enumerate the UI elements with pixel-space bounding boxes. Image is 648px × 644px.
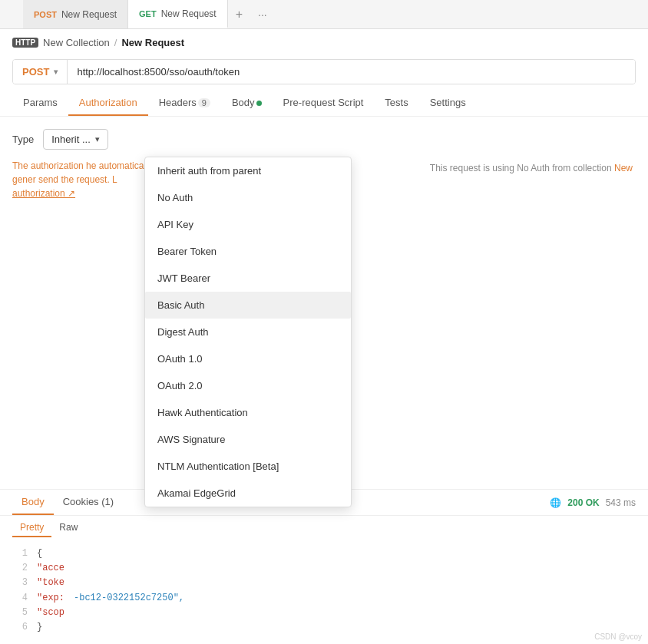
headers-label: Headers [159,97,197,108]
method-chevron-icon: ▾ [54,68,58,76]
dropdown-item-api-key[interactable]: API Key [145,211,351,238]
bottom-tab-cookies[interactable]: Cookies (1) [54,490,123,515]
more-tabs-button[interactable]: ··· [250,0,275,28]
get-tab-label: New Request [161,8,217,19]
dropdown-item-bearer-token[interactable]: Bearer Token [145,238,351,265]
dropdown-item-akamai[interactable]: Akamai EdgeGrid [145,480,351,507]
type-label: Type [12,134,34,145]
bottom-panel: Body Cookies (1) 🌐 200 OK 543 ms Pretty … [0,489,648,641]
watermark: CSDN @vcoy [594,632,642,641]
dropdown-item-hawk[interactable]: Hawk Authentication [145,399,351,426]
get-method-badge: GET [139,9,157,18]
line-num-2: 2 [12,561,28,576]
method-select[interactable]: POST ▾ [13,60,68,84]
dropdown-item-ntlm[interactable]: NTLM Authentication [Beta] [145,453,351,480]
dropdown-item-no-auth[interactable]: No Auth [145,184,351,211]
type-selected-value: Inherit ... [51,134,91,145]
status-info: 🌐 200 OK 543 ms [550,497,636,508]
sub-tabs: Params Authorization Headers9 Body Pre-r… [0,91,648,117]
type-dropdown[interactable]: Inherit ... ▾ [43,129,108,150]
breadcrumb-separator: / [114,37,117,48]
code-line-4: 4 "exp: -bc12-0322152c7250", [12,591,636,606]
breadcrumb: HTTP New Collection / New Request [0,29,648,56]
body-dot [256,101,262,106]
tab-tests[interactable]: Tests [374,91,418,116]
post-tab-label: New Request [61,9,117,20]
body-label: Body [232,97,255,108]
add-tab-button[interactable]: + [228,0,250,28]
code-line-1: 1 { [12,547,636,561]
tab-body[interactable]: Body [221,91,273,116]
auth-type-dropdown-menu: Inherit auth from parent No Auth API Key… [144,157,352,507]
dropdown-item-inherit-auth[interactable]: Inherit auth from parent [145,157,351,184]
get-request-tab[interactable]: GET New Request [128,0,228,28]
dropdown-item-oauth1[interactable]: OAuth 1.0 [145,345,351,372]
code-key-2: "acce [37,561,64,576]
code-line-5: 5 "scop [12,606,636,620]
tab-settings[interactable]: Settings [419,91,477,116]
globe-icon: 🌐 [550,497,561,508]
code-line-6: 6 } [12,620,636,635]
no-auth-info: This request is using No Auth from colle… [430,163,633,173]
code-line-2: 2 "acce [12,561,636,576]
dropdown-item-oauth2[interactable]: OAuth 2.0 [145,372,351,399]
type-chevron-icon: ▾ [95,134,100,144]
type-row: Type Inherit ... ▾ [12,129,636,150]
url-bar: POST ▾ [12,59,636,84]
tab-authorization[interactable]: Authorization [68,91,148,116]
tab-params[interactable]: Params [12,91,68,116]
headers-badge: 9 [198,98,210,107]
line-num-5: 5 [12,606,28,620]
tab-pre-request[interactable]: Pre-request Script [273,91,375,116]
tab-bar: POST New Request GET New Request + ··· [0,0,648,29]
no-auth-collection-link[interactable]: New [614,163,633,173]
dropdown-item-aws[interactable]: AWS Signature [145,426,351,453]
format-tabs: Pretty Raw [0,516,648,540]
http-badge: HTTP [12,38,38,48]
auth-link[interactable]: authorization ↗ [12,188,75,199]
code-brace-close: } [37,620,42,635]
format-tab-pretty[interactable]: Pretty [12,519,51,537]
dropdown-item-basic-auth[interactable]: Basic Auth [145,292,351,319]
status-ok: 200 OK [567,497,599,508]
collection-name[interactable]: New Collection [43,37,110,48]
dropdown-item-digest-auth[interactable]: Digest Auth [145,319,351,345]
line-num-4: 4 [12,591,28,606]
auth-info-text: The authorization he automatically gener… [12,159,166,200]
main-content: Type Inherit ... ▾ The authorization he … [0,117,648,213]
line-num-6: 6 [12,620,28,635]
no-auth-message: This request is using No Auth from colle… [430,163,612,173]
request-name: New Request [121,37,184,48]
format-tab-raw[interactable]: Raw [51,519,85,537]
auth-description: The authorization he automatically gener… [12,160,153,185]
code-uuid-fragment: -bc12-0322152c7250", [74,591,184,606]
line-num-3: 3 [12,576,28,590]
code-view: 1 { 2 "acce 3 "toke 4 "exp: -bc12-032215… [0,540,648,641]
tab-headers[interactable]: Headers9 [148,91,221,116]
code-key-5: "scop [37,606,64,620]
status-time: 543 ms [606,497,636,508]
code-line-3: 3 "toke [12,576,636,590]
post-request-tab[interactable]: POST New Request [23,0,128,28]
url-input[interactable] [68,60,635,84]
method-label: POST [22,66,49,78]
code-key-3: "toke [37,576,64,590]
line-num-1: 1 [12,547,28,561]
code-brace-open: { [37,547,42,561]
bottom-tab-body[interactable]: Body [12,490,54,515]
post-method-badge: POST [34,10,57,19]
code-key-4: "exp: [37,591,64,606]
dropdown-item-jwt-bearer[interactable]: JWT Bearer [145,265,351,292]
